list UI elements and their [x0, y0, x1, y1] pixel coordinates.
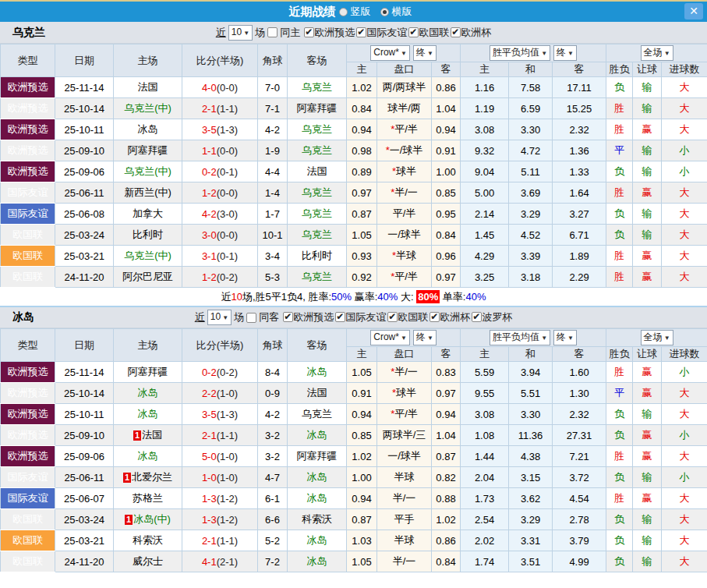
avg-select[interactable]: 胜平负均值	[490, 45, 550, 61]
match-type-cell: 国际友谊	[1, 182, 55, 204]
halftime-score: (0-0)	[217, 187, 238, 199]
score-cell: 0-2(0-1)	[182, 161, 258, 182]
handicap-text: 一/球半	[387, 228, 421, 240]
avg-select[interactable]: 胜平负均值	[490, 330, 550, 345]
league-label[interactable]: 欧国联	[398, 311, 428, 323]
league-checkbox[interactable]	[451, 27, 461, 37]
league-checkbox[interactable]	[387, 312, 398, 322]
odds-home-cell: 1.02	[347, 446, 377, 467]
away-team-name: 乌克兰	[302, 228, 332, 240]
col-odds-home: 主	[347, 62, 377, 77]
odds-away-cell: 0.87	[432, 446, 461, 467]
avg-final-select[interactable]: 终	[553, 45, 577, 61]
same-venue-checkbox[interactable]	[246, 313, 256, 323]
odds-away-cell: 0.82	[432, 467, 461, 488]
league-label[interactable]: 欧洲预选	[314, 27, 355, 38]
avg-away-cell: 7.21	[553, 446, 606, 467]
handicap-text: 半/一	[393, 492, 416, 504]
league-label[interactable]: 波罗杯	[482, 311, 512, 323]
date-cell: 25-03-21	[55, 246, 114, 267]
league-checkbox[interactable]	[408, 27, 419, 37]
radio-vertical-label[interactable]: 竖版	[351, 5, 371, 19]
league-checkbox[interactable]	[356, 27, 366, 37]
radio-horizontal[interactable]	[380, 8, 389, 16]
date-cell: 25-06-07	[55, 488, 114, 509]
league-filter: 波罗杯	[472, 311, 512, 323]
away-team-cell: 科索沃	[288, 509, 347, 530]
avg-draw-cell: 4.38	[509, 446, 553, 467]
league-checkbox[interactable]	[283, 312, 293, 322]
avg-away-cell: 15.25	[553, 98, 606, 119]
match-row: 欧洲预选 25-11-14 阿塞拜疆 0-2(0-2) 8-4 冰岛 1.05 …	[1, 362, 707, 383]
goals-cell: 大	[662, 77, 707, 98]
full-match-select[interactable]: 全场	[641, 330, 673, 345]
same-venue-label[interactable]: 同主	[280, 26, 300, 40]
handicap-result-cell: 赢	[633, 383, 662, 404]
full-match-select[interactable]: 全场	[641, 45, 673, 61]
match-row: 欧洲预选 25-09-10 1法国 2-1(1-1) 3-2 冰岛 0.85 两…	[1, 425, 707, 446]
handicap-cell: *球半	[377, 383, 432, 404]
avg-draw-cell: 3.30	[509, 119, 553, 140]
goals-cell: 大	[662, 119, 707, 140]
handicap-cell: 一/球半	[377, 446, 432, 467]
home-team-name: 北爱尔兰	[132, 471, 172, 483]
handicap-result-cell: 输	[633, 530, 662, 551]
match-count-select[interactable]: 10	[207, 310, 232, 325]
rank-badge: 1	[125, 515, 133, 525]
odds-source-select[interactable]: Crow*	[370, 45, 410, 61]
league-label[interactable]: 欧国联	[419, 27, 449, 38]
league-checkbox[interactable]	[430, 312, 440, 322]
near-label[interactable]: 近	[216, 26, 226, 40]
odds-source-select[interactable]: Crow*	[370, 330, 410, 345]
avg-away-cell: 1.30	[553, 383, 606, 404]
result-cell: 负	[606, 425, 633, 446]
league-label[interactable]: 国际友谊	[345, 311, 386, 323]
score-cell: 1-3(1-2)	[182, 509, 258, 530]
close-icon[interactable]: ✕	[684, 3, 703, 19]
avg-group-header: 胜平负均值 终	[461, 329, 606, 347]
near-label[interactable]: 近	[195, 310, 205, 324]
halftime-score: (1-1)	[217, 103, 238, 115]
corners-cell: 0-9	[258, 383, 288, 404]
away-team-name: 比利时	[302, 250, 332, 261]
match-count-select[interactable]: 10	[228, 25, 253, 41]
avg-draw-cell: 3.29	[509, 204, 553, 225]
avg-final-select[interactable]: 终	[553, 330, 577, 345]
odds-final-select[interactable]: 终	[413, 45, 437, 61]
odds-home-cell: 1.05	[347, 362, 377, 383]
league-label[interactable]: 欧洲杯	[461, 27, 491, 38]
odds-away-cell: 0.84	[432, 551, 461, 572]
score-cell: 3-5(1-3)	[182, 119, 258, 140]
same-venue-checkbox[interactable]	[267, 27, 277, 37]
league-label[interactable]: 欧洲杯	[440, 311, 470, 323]
result-cell: 胜	[606, 446, 633, 467]
handicap-result-cell: 赢	[633, 182, 662, 204]
away-team-cell: 法国	[288, 383, 347, 404]
home-team-name: 法国	[138, 81, 158, 93]
away-team-cell: 冰岛	[288, 467, 347, 488]
avg-home-cell: 2.14	[461, 204, 509, 225]
same-venue-label[interactable]: 同客	[259, 310, 279, 324]
league-checkbox[interactable]	[335, 312, 345, 322]
score-cell: 1-3(1-2)	[182, 488, 258, 509]
goals-cell: 大	[662, 383, 707, 404]
league-label[interactable]: 国际友谊	[366, 27, 407, 38]
matches-table-ukraine: 类型 日期 主场 比分(半场) 角球 客场 Crow* 终 胜平负均值 终 全场	[0, 44, 707, 288]
odds-group-header: Crow* 终	[347, 44, 461, 62]
league-checkbox[interactable]	[472, 312, 482, 322]
radio-vertical[interactable]	[339, 8, 348, 16]
date-cell: 25-03-21	[55, 530, 114, 551]
fulltime-score: 2-1	[202, 103, 217, 115]
league-checkbox[interactable]	[304, 27, 314, 37]
odds-away-cell: 1.04	[432, 98, 461, 119]
home-team-cell: 比利时	[114, 225, 182, 246]
league-label[interactable]: 欧洲预选	[293, 311, 334, 323]
odds-home-cell: 0.87	[347, 204, 377, 225]
date-cell: 25-11-14	[55, 77, 114, 98]
away-team-name: 法国	[307, 165, 327, 177]
team-name: 乌克兰	[12, 26, 45, 40]
radio-horizontal-label[interactable]: 横版	[392, 5, 412, 19]
league-filter: 欧洲杯	[430, 311, 470, 323]
halftime-score: (0-1)	[217, 250, 238, 262]
odds-final-select[interactable]: 终	[413, 330, 437, 345]
